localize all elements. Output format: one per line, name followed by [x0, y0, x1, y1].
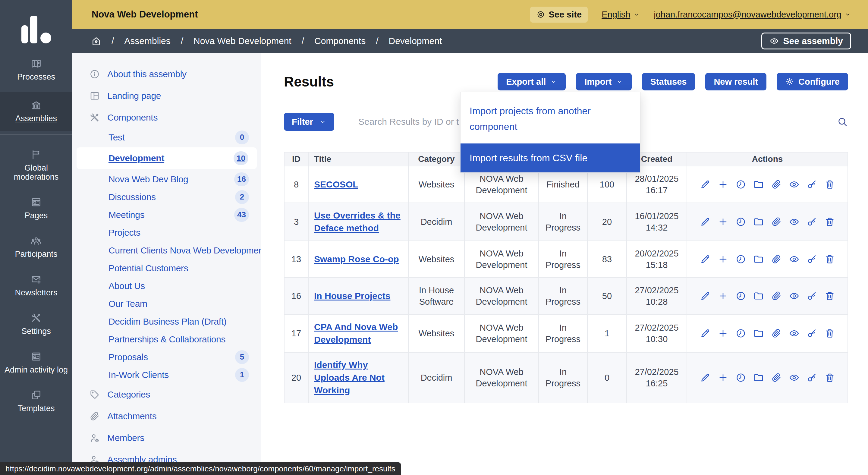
folder-icon[interactable]	[753, 328, 764, 339]
edit-icon[interactable]	[700, 328, 711, 339]
sidebar-item-about-us[interactable]: About Us	[72, 277, 261, 295]
add-icon[interactable]	[718, 290, 728, 302]
rail-item-pages[interactable]: Pages	[0, 192, 72, 224]
history-icon[interactable]	[735, 179, 746, 190]
user-menu[interactable]: johan.francocampos@novawebdevelopment.or…	[654, 10, 851, 20]
decidim-logo[interactable]	[0, 0, 72, 44]
breadcrumb-assemblies[interactable]: Assemblies	[124, 36, 170, 46]
sidebar-item-components[interactable]: Components	[72, 107, 261, 128]
new-result-button[interactable]: New result	[705, 73, 767, 90]
attachment-icon[interactable]	[771, 179, 782, 190]
result-title-link[interactable]: Use Overrides & the Deface method	[314, 210, 401, 233]
column-header-title[interactable]: Title	[308, 152, 408, 166]
preview-icon[interactable]	[789, 290, 800, 302]
preview-icon[interactable]	[789, 328, 800, 339]
rail-item-processes[interactable]: Processes	[0, 54, 72, 86]
export-all-button[interactable]: Export all	[498, 73, 566, 90]
configure-button[interactable]: Configure	[777, 73, 848, 90]
add-icon[interactable]	[718, 372, 728, 383]
result-title-link[interactable]: In House Projects	[314, 291, 390, 301]
sidebar-item-discussions[interactable]: Discussions2	[72, 188, 261, 206]
preview-icon[interactable]	[789, 179, 800, 190]
result-title-link[interactable]: SECOSOL	[314, 179, 358, 189]
rail-item-assemblies[interactable]: Assemblies	[0, 92, 72, 131]
permissions-icon[interactable]	[807, 254, 817, 265]
edit-icon[interactable]	[700, 216, 711, 227]
sidebar-item-potential-customers[interactable]: Potential Customers	[72, 259, 261, 277]
sidebar-item-test[interactable]: Test0	[72, 128, 261, 146]
delete-icon[interactable]	[824, 290, 835, 302]
attachment-icon[interactable]	[771, 290, 782, 302]
result-title-link[interactable]: Swamp Rose Co-op	[314, 254, 399, 264]
result-title-link[interactable]: CPA And Nova Web Development	[314, 322, 398, 345]
history-icon[interactable]	[735, 372, 746, 383]
folder-icon[interactable]	[753, 254, 764, 265]
history-icon[interactable]	[735, 216, 746, 227]
sidebar-item-landing-page[interactable]: Landing page	[72, 85, 261, 107]
add-icon[interactable]	[718, 328, 728, 339]
delete-icon[interactable]	[824, 216, 835, 227]
permissions-icon[interactable]	[807, 328, 817, 339]
add-icon[interactable]	[718, 254, 728, 265]
sidebar-item-nova-web-dev-blog[interactable]: Nova Web Dev Blog16	[72, 170, 261, 188]
see-assembly-button[interactable]: See assembly	[761, 33, 851, 50]
permissions-icon[interactable]	[807, 290, 817, 302]
attachment-icon[interactable]	[771, 372, 782, 383]
folder-icon[interactable]	[753, 216, 764, 227]
menu-item-import-results-from-csv-file[interactable]: Import results from CSV file	[461, 144, 640, 172]
menu-item-import-projects-from-another-component[interactable]: Import projects from another component	[461, 92, 640, 144]
sidebar-item-proposals[interactable]: Proposals5	[72, 348, 261, 366]
sidebar-item-development[interactable]: Development10	[76, 147, 257, 169]
delete-icon[interactable]	[824, 179, 835, 190]
sidebar-item-partnerships-collaborations[interactable]: Partnerships & Collaborations	[72, 330, 261, 348]
breadcrumb-assembly-name[interactable]: Nova Web Development	[193, 36, 291, 46]
filter-button[interactable]: Filter	[284, 113, 334, 131]
add-icon[interactable]	[718, 216, 728, 227]
language-dropdown[interactable]: English	[601, 10, 640, 20]
preview-icon[interactable]	[789, 216, 800, 227]
sidebar-item-in-work-clients[interactable]: In-Work Clients1	[72, 366, 261, 384]
home-icon[interactable]	[91, 36, 101, 46]
edit-icon[interactable]	[700, 290, 711, 302]
preview-icon[interactable]	[789, 372, 800, 383]
edit-icon[interactable]	[700, 372, 711, 383]
sidebar-item-members[interactable]: Members	[72, 427, 261, 449]
sidebar-item-projects[interactable]: Projects	[72, 224, 261, 242]
delete-icon[interactable]	[824, 328, 835, 339]
result-title-link[interactable]: Identify Why Uploads Are Not Working	[314, 360, 384, 395]
column-header-category[interactable]: Category	[408, 152, 464, 166]
column-header-id[interactable]: ID	[284, 152, 308, 166]
permissions-icon[interactable]	[807, 216, 817, 227]
rail-item-settings[interactable]: Settings	[0, 308, 72, 340]
delete-icon[interactable]	[824, 254, 835, 265]
rail-item-participants[interactable]: Participants	[0, 231, 72, 263]
sidebar-item-attachments[interactable]: Attachments	[72, 405, 261, 427]
rail-item-admin-activity-log[interactable]: Admin activity log	[0, 347, 72, 379]
permissions-icon[interactable]	[807, 372, 817, 383]
breadcrumb-components[interactable]: Components	[314, 36, 366, 46]
edit-icon[interactable]	[700, 179, 711, 190]
sidebar-item-current-clients-nova-web-development[interactable]: Current Clients Nova Web Development	[72, 242, 261, 259]
attachment-icon[interactable]	[771, 254, 782, 265]
sidebar-item-categories[interactable]: Categories	[72, 384, 261, 405]
import-button[interactable]: Import	[576, 73, 631, 90]
folder-icon[interactable]	[753, 179, 764, 190]
rail-item-newsletters[interactable]: Newsletters	[0, 270, 72, 302]
rail-item-templates[interactable]: Templates	[0, 385, 72, 417]
delete-icon[interactable]	[824, 372, 835, 383]
statuses-button[interactable]: Statuses	[642, 73, 695, 90]
folder-icon[interactable]	[753, 372, 764, 383]
folder-icon[interactable]	[753, 290, 764, 302]
breadcrumb-current[interactable]: Development	[389, 36, 442, 46]
attachment-icon[interactable]	[771, 328, 782, 339]
search-icon[interactable]	[837, 116, 848, 127]
sidebar-item-meetings[interactable]: Meetings43	[72, 206, 261, 224]
sidebar-item-our-team[interactable]: Our Team	[72, 295, 261, 313]
see-site-button[interactable]: See site	[530, 7, 588, 23]
edit-icon[interactable]	[700, 254, 711, 265]
history-icon[interactable]	[735, 328, 746, 339]
permissions-icon[interactable]	[807, 179, 817, 190]
sidebar-item-decidim-business-plan-draft[interactable]: Decidim Business Plan (Draft)	[72, 313, 261, 330]
preview-icon[interactable]	[789, 254, 800, 265]
history-icon[interactable]	[735, 290, 746, 302]
